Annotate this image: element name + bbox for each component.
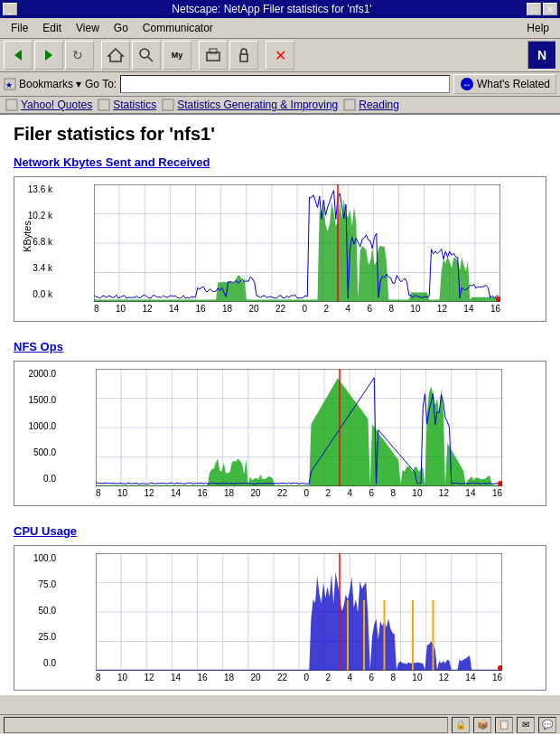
security-status: 🔒 [452, 717, 470, 733]
nfs-chart-container: 2000.0 1500.0 1000.0 500.0 0.0 810121416… [14, 361, 546, 506]
restore-button[interactable]: □ [527, 3, 541, 15]
cpu-chart-container: 100.0 75.0 50.0 25.0 0.0 810121416182022… [14, 545, 546, 691]
status-text [4, 717, 448, 733]
security-button[interactable] [229, 41, 258, 70]
toolbar: ↻ My ✕ N [0, 39, 560, 72]
menu-view[interactable]: View [69, 20, 107, 36]
nfs-x-axis: 8101214161820220246810121416 [96, 486, 502, 498]
svg-rect-13 [6, 99, 17, 110]
main-content: Filer statistics for 'nfs1' Network Kbyt… [0, 115, 560, 695]
reload-button[interactable]: ↻ [65, 41, 94, 70]
svg-marker-0 [14, 50, 22, 61]
component-bar2[interactable]: 📋 [495, 717, 513, 733]
cpu-section: CPU Usage 100.0 75.0 50.0 25.0 0.0 81012… [14, 524, 546, 691]
svg-text:★: ★ [5, 80, 13, 89]
netscape-logo: N [527, 41, 556, 70]
personal-toolbar: Yahoo! Quotes Statistics Statistics Gene… [0, 97, 560, 115]
close-button[interactable]: ✕ [543, 3, 557, 15]
svg-rect-14 [98, 99, 109, 110]
back-button[interactable] [4, 41, 33, 70]
menu-communicator[interactable]: Communicator [135, 20, 220, 36]
cpu-x-axis: 8101214161820220246810121416 [96, 671, 502, 682]
title-bar: _ Netscape: NetApp Filer statistics for … [0, 0, 560, 18]
y-tick: 0.0 k [33, 289, 52, 299]
menu-bar: File Edit View Go Communicator Help [0, 18, 560, 39]
y-tick: 75.0 [39, 579, 56, 589]
cpu-link[interactable]: CPU Usage [14, 524, 546, 538]
network-link[interactable]: Network Kbytes Sent and Received [14, 155, 546, 169]
svg-marker-3 [108, 49, 123, 61]
pt-yahoo[interactable]: Yahoo! Quotes [5, 99, 92, 111]
svg-rect-15 [163, 99, 173, 110]
page-title: Filer statistics for 'nfs1' [14, 124, 546, 145]
print-button[interactable] [199, 41, 228, 70]
home-button[interactable] [101, 41, 130, 70]
status-bar: 🔒 📦 📋 ✉ 💬 [0, 714, 560, 734]
goto-label: Go To: [85, 78, 117, 90]
y-tick: 13.6 k [28, 184, 52, 194]
y-tick: 25.0 [39, 632, 56, 642]
y-tick: 0.0 [43, 474, 56, 484]
y-tick: 6.8 k [33, 237, 52, 247]
svg-text:↔: ↔ [462, 80, 471, 89]
svg-point-4 [140, 49, 149, 58]
network-chart-container: 13.6 k 10.2 k 6.8 k 3.4 k 0.0 k KBytes 8… [14, 176, 546, 322]
pt-statistics[interactable]: Statistics [98, 99, 156, 111]
svg-rect-8 [240, 54, 247, 61]
component-bar1[interactable]: 📦 [473, 717, 491, 733]
svg-line-5 [148, 57, 153, 61]
menu-help[interactable]: Help [519, 20, 556, 36]
menu-edit[interactable]: Edit [35, 20, 69, 36]
location-bar: ★ Bookmarks ▾ Go To: ↔ What's Related [0, 72, 560, 97]
y-tick: 500.0 [33, 447, 56, 457]
bookmarks-label: Bookmarks [19, 78, 73, 90]
nfs-chart [96, 369, 502, 486]
bookmarks-button[interactable]: ★ Bookmarks ▾ [4, 78, 81, 90]
y-tick: 2000.0 [28, 369, 56, 379]
url-input[interactable] [120, 75, 450, 93]
pt-reading[interactable]: Reading [343, 99, 399, 111]
y-tick: 10.2 k [28, 211, 52, 221]
network-chart [94, 184, 500, 302]
menu-go[interactable]: Go [107, 20, 135, 36]
minimize-button[interactable]: _ [3, 3, 17, 15]
svg-rect-16 [344, 99, 355, 110]
component-bar4[interactable]: 💬 [538, 717, 556, 733]
nfs-section: NFS Ops 2000.0 1500.0 1000.0 500.0 0.0 8… [14, 340, 546, 506]
svg-marker-1 [45, 50, 52, 61]
network-y-label: KBytes [22, 221, 33, 252]
y-tick: 100.0 [33, 553, 56, 563]
my-netscape-button[interactable]: My [163, 41, 191, 70]
nfs-link[interactable]: NFS Ops [14, 340, 546, 353]
whats-related-label: What's Related [477, 78, 550, 90]
y-tick: 3.4 k [33, 263, 52, 273]
pt-stats-generating[interactable]: Statistics Generating & Improving [162, 99, 338, 111]
y-tick: 0.0 [43, 658, 56, 668]
menu-file[interactable]: File [4, 20, 35, 36]
network-x-axis: 8101214161820220246810121416 [94, 302, 500, 314]
network-section: Network Kbytes Sent and Received 13.6 k … [14, 155, 546, 322]
y-tick: 1000.0 [28, 421, 56, 431]
svg-text:↻: ↻ [72, 48, 83, 62]
component-bar3[interactable]: ✉ [517, 717, 535, 733]
cpu-chart [96, 553, 502, 671]
window-title: Netscape: NetApp Filer statistics for 'n… [17, 3, 527, 15]
bookmarks-arrow: ▾ [76, 78, 81, 90]
whats-related-button[interactable]: ↔ What's Related [453, 74, 556, 94]
search-button[interactable] [132, 41, 161, 70]
y-tick: 1500.0 [28, 395, 56, 405]
forward-button[interactable] [34, 41, 63, 70]
y-tick: 50.0 [39, 606, 56, 616]
stop-button[interactable]: ✕ [266, 41, 294, 70]
